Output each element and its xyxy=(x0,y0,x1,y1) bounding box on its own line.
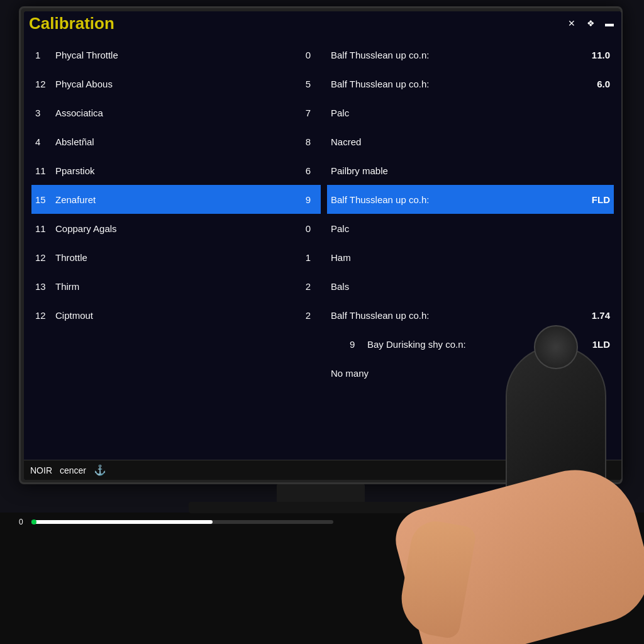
r-name: Pailbry mable xyxy=(331,165,610,176)
row-name: Throttle xyxy=(55,252,299,263)
row-name: Associatica xyxy=(55,108,299,118)
row-num: 13 xyxy=(35,281,55,292)
progress-fill xyxy=(31,520,213,524)
r-name: Nacred xyxy=(331,136,610,147)
right-row[interactable]: Balf Thusslean up co.n: 11.0 xyxy=(327,40,614,69)
progress-dot xyxy=(31,519,36,525)
table-row[interactable]: 1 Phycal Throttle 0 xyxy=(31,40,321,69)
right-row[interactable]: Palc xyxy=(327,98,614,127)
r-extra: FLD xyxy=(592,194,610,205)
r-name: Palc xyxy=(331,223,610,234)
table-row[interactable]: 11 Pparstiok 6 xyxy=(31,156,321,185)
row-val: 5 xyxy=(299,79,317,89)
r-extra: 1.74 xyxy=(592,310,610,321)
row-name: Phycal Abous xyxy=(55,79,299,89)
table-row-selected[interactable]: 15 Zenafuret 9 xyxy=(31,185,321,214)
table-row[interactable]: 12 Ciptmout 2 xyxy=(31,301,321,330)
minimize-button[interactable]: ▬ xyxy=(602,16,616,30)
row-num: 12 xyxy=(35,79,55,89)
window-controls: ✕ ❖ ▬ xyxy=(565,16,616,30)
settings-button[interactable]: ❖ xyxy=(584,16,597,30)
row-num: 12 xyxy=(35,252,55,263)
right-row[interactable]: Balf Thusslean up co.h: 6.0 xyxy=(327,69,614,98)
row-val: 2 xyxy=(299,310,317,321)
row-num: 12 xyxy=(35,310,55,321)
r-name: Balf Thusslean up co.h: xyxy=(331,310,592,321)
table-row[interactable]: 12 Throttle 1 xyxy=(31,243,321,272)
row-name: Phycal Throttle xyxy=(55,50,299,60)
joystick-knob xyxy=(534,325,578,369)
row-num: 4 xyxy=(35,136,55,147)
right-row[interactable]: Bals xyxy=(327,272,614,301)
row-num: 11 xyxy=(35,165,55,176)
row-num: 3 xyxy=(35,108,55,118)
progress-track xyxy=(31,520,333,524)
table-row[interactable]: 3 Associatica 7 xyxy=(31,98,321,127)
r-name: Balf Thusslean up co.h: xyxy=(331,79,597,89)
row-name: Thirm xyxy=(55,281,299,292)
right-row[interactable]: Palc xyxy=(327,214,614,243)
table-row[interactable]: 4 Absletñal 8 xyxy=(31,127,321,156)
r-name: Balf Thusslean up co.h: xyxy=(331,194,592,205)
progress-area: 0 xyxy=(19,516,333,528)
r-extra: 6.0 xyxy=(597,79,610,89)
window-title: Calibration xyxy=(29,14,114,33)
joystick-area xyxy=(361,346,644,644)
row-val: 6 xyxy=(299,165,317,176)
right-row[interactable]: Pailbry mable xyxy=(327,156,614,185)
left-column: 1 Phycal Throttle 0 12 Phycal Abous 5 3 … xyxy=(31,40,321,433)
row-name: Absletñal xyxy=(55,136,299,147)
progress-label: 0 xyxy=(19,518,26,526)
row-name: Pparstiok xyxy=(55,165,299,176)
close-button[interactable]: ✕ xyxy=(565,16,579,30)
right-row[interactable]: Balf Thusslean up co.h: 1.74 xyxy=(327,301,614,330)
row-val: 0 xyxy=(299,223,317,234)
row-num: 15 xyxy=(35,194,55,205)
status-text-2: cencer xyxy=(60,465,86,475)
row-num: 11 xyxy=(35,223,55,234)
table-row[interactable]: 12 Phycal Abous 5 xyxy=(31,69,321,98)
anchor-icon: ⚓ xyxy=(94,464,106,476)
row-val: 8 xyxy=(299,136,317,147)
row-val: 7 xyxy=(299,108,317,118)
right-row[interactable]: Nacred xyxy=(327,127,614,156)
table-row[interactable]: 11 Coppary Agals 0 xyxy=(31,214,321,243)
right-row-selected[interactable]: Balf Thusslean up co.h: FLD xyxy=(327,185,614,214)
row-name: Coppary Agals xyxy=(55,223,299,234)
right-row[interactable]: Ham xyxy=(327,243,614,272)
row-val: 9 xyxy=(299,194,317,205)
r-name: Bals xyxy=(331,281,610,292)
row-val: 2 xyxy=(299,281,317,292)
r-name: Balf Thusslean up co.n: xyxy=(331,50,592,60)
r-extra: 11.0 xyxy=(592,50,610,60)
row-val: 0 xyxy=(299,50,317,60)
table-row[interactable]: 13 Thirm 2 xyxy=(31,272,321,301)
monitor-stand xyxy=(277,484,365,503)
row-num: 1 xyxy=(35,50,55,60)
r-name: Ham xyxy=(331,252,610,263)
row-name: Zenafuret xyxy=(55,194,299,205)
status-text-1: NOIR xyxy=(30,465,52,475)
row-name: Ciptmout xyxy=(55,310,299,321)
title-bar: Calibration ✕ ❖ ▬ xyxy=(24,11,621,35)
row-val: 1 xyxy=(299,252,317,263)
r-name: Palc xyxy=(331,108,610,118)
